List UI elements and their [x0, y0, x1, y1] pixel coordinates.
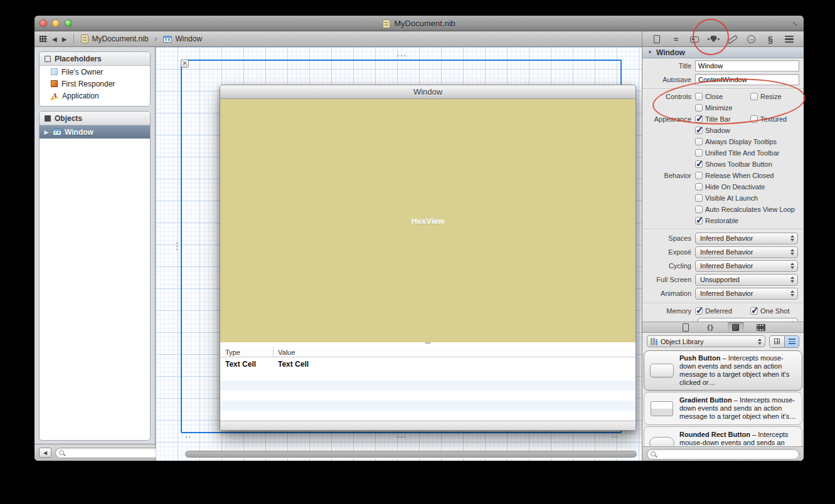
checkbox-icon[interactable]	[695, 104, 703, 112]
code-snippet-library-icon[interactable]: {}	[703, 322, 719, 332]
library-search-input[interactable]	[656, 450, 799, 458]
expose-label: Exposé	[642, 248, 695, 256]
back-button[interactable]: ◀	[52, 36, 57, 43]
checkbox-auto-recalculates-view-loop[interactable]: Auto Recalculates View Loop	[695, 206, 795, 213]
quick-help-inspector-icon[interactable]: ≈	[669, 33, 683, 45]
checkbox-icon[interactable]	[750, 115, 758, 123]
library-books-icon	[651, 338, 657, 345]
library-item-gradient-button[interactable]: Gradient Button – Intercepts mouse-down …	[644, 392, 802, 425]
animation-popup[interactable]: Inferred Behavior	[695, 288, 798, 300]
object-library-icon[interactable]	[728, 322, 744, 332]
library-view-toggle	[769, 335, 799, 348]
breadcrumb-document[interactable]: MyDocument.nib	[81, 34, 148, 43]
checkbox-icon[interactable]	[750, 307, 758, 315]
checkbox-icon[interactable]	[695, 138, 703, 145]
file-inspector-icon[interactable]	[650, 33, 664, 45]
table-row[interactable]: Text Cell Text Cell	[220, 357, 636, 370]
disclosure-triangle-icon[interactable]: ▼	[647, 50, 652, 55]
autosave-field[interactable]	[695, 74, 799, 85]
checkbox-icon[interactable]	[695, 93, 703, 100]
canvas-horizontal-scrollbar[interactable]	[185, 451, 637, 458]
sidebar-item-window[interactable]: ▶ Window	[40, 125, 150, 139]
library-item-push-button[interactable]: Push Button – Intercepts mouse-down even…	[644, 350, 802, 391]
checkbox-icon[interactable]	[695, 160, 703, 168]
full-screen-popup[interactable]: Unsupported	[695, 274, 798, 286]
dock-search-field[interactable]	[55, 448, 159, 458]
checkbox-unified-title-and-toolbar[interactable]: Unified Title And Toolbar	[695, 149, 779, 157]
library-item-rounded-rect-button[interactable]: Rounded Rect Button – Intercepts mouse-d…	[644, 426, 802, 446]
checkbox-resize[interactable]: Resize	[750, 93, 782, 100]
resize-handle-bottom-right[interactable]	[612, 436, 617, 438]
editor-canvas[interactable]: ✕ Window HexView	[156, 47, 642, 461]
media-library-icon[interactable]	[753, 322, 769, 332]
checkbox-title-bar[interactable]: Title Bar	[695, 115, 750, 123]
sidebar-item-files-owner[interactable]: File's Owner	[40, 66, 150, 78]
checkbox-icon[interactable]	[695, 217, 703, 224]
objects-header[interactable]: Objects	[40, 112, 150, 125]
breadcrumb-window[interactable]: Window	[163, 34, 202, 43]
icon-view-button[interactable]	[770, 336, 784, 347]
collapse-dock-button[interactable]: ◀	[39, 448, 51, 458]
resize-handle-bottom[interactable]	[398, 436, 405, 438]
resize-handle-left[interactable]	[176, 243, 178, 250]
selection-frame[interactable]: ✕ Window HexView	[181, 60, 622, 433]
search-input[interactable]	[64, 449, 158, 456]
column-header-type[interactable]: Type	[220, 347, 274, 357]
title-field[interactable]	[695, 60, 799, 71]
sidebar-item-first-responder[interactable]: First Responder	[40, 78, 150, 90]
expose-popup[interactable]: Inferred Behavior	[695, 246, 798, 258]
checkbox-restorable[interactable]: Restorable	[695, 217, 738, 224]
column-header-value[interactable]: Value	[274, 347, 636, 357]
checkbox-icon[interactable]	[695, 183, 703, 191]
checkbox-textured[interactable]: Textured	[750, 115, 787, 123]
file-template-library-icon[interactable]	[678, 322, 694, 332]
hexview-custom-view[interactable]: HexView	[220, 99, 636, 342]
checkbox-close[interactable]: Close	[695, 93, 750, 100]
bindings-inspector-icon[interactable]: §	[763, 33, 777, 45]
spaces-popup[interactable]: Inferred Behavior	[695, 233, 798, 244]
checkbox-icon[interactable]	[695, 127, 703, 134]
popup-arrows-icon	[790, 249, 794, 255]
splitter-handle[interactable]	[220, 342, 636, 347]
checkbox-hide-on-deactivate[interactable]: Hide On Deactivate	[695, 183, 765, 191]
checkbox-minimize[interactable]: Minimize	[695, 104, 732, 112]
checkbox-visible-at-launch[interactable]: Visible At Launch	[695, 194, 758, 202]
cycling-popup[interactable]: Inferred Behavior	[695, 260, 798, 272]
checkbox-deferred[interactable]: Deferred	[695, 307, 750, 315]
checkbox-always-display-tooltips[interactable]: Always Display Tooltips	[695, 138, 777, 145]
checkbox-icon[interactable]	[695, 115, 703, 123]
checkbox-icon[interactable]	[695, 194, 703, 202]
sidebar-item-application[interactable]: A Application	[40, 90, 150, 102]
forward-button[interactable]: ▶	[62, 36, 67, 43]
library-source-popup[interactable]: Object Library	[647, 335, 765, 347]
checkbox-shadow[interactable]: Shadow	[695, 127, 730, 134]
checkbox-release-when-closed[interactable]: Release When Closed	[695, 172, 774, 179]
identity-inspector-icon[interactable]	[688, 33, 701, 45]
checkbox-icon[interactable]	[695, 206, 703, 213]
list-view-button[interactable]	[784, 336, 799, 347]
size-inspector-icon[interactable]	[726, 33, 740, 45]
checkbox-icon[interactable]	[750, 93, 758, 100]
window-title: MyDocument.nib	[394, 19, 455, 28]
cycling-label: Cycling	[642, 262, 695, 270]
disclosure-triangle-icon[interactable]: ▶	[43, 129, 50, 135]
canvas-close-icon[interactable]: ✕	[181, 60, 189, 68]
checkbox-icon[interactable]	[695, 149, 703, 157]
resize-handle-top[interactable]	[398, 55, 405, 56]
library-header: Object Library	[642, 333, 804, 350]
checkbox-icon[interactable]	[695, 307, 703, 315]
editor-grid-icon[interactable]	[40, 36, 47, 42]
checkbox-icon[interactable]	[695, 172, 703, 179]
designed-window-titlebar[interactable]: Window	[220, 85, 636, 99]
checkbox-shows-toolbar-button[interactable]: Shows Toolbar Button	[695, 160, 772, 168]
library-search-field[interactable]	[647, 449, 799, 459]
designed-window[interactable]: Window HexView Type Value Text Cell	[220, 85, 636, 431]
checkbox-one-shot[interactable]: One Shot	[750, 307, 789, 315]
placeholders-header[interactable]: Placeholders	[40, 52, 150, 66]
connections-inspector-icon[interactable]: →	[745, 33, 758, 45]
view-effects-inspector-icon[interactable]	[782, 33, 796, 45]
attributes-inspector-icon[interactable]	[706, 33, 720, 45]
resize-handle-bottom-left[interactable]	[186, 436, 190, 438]
inspector-section-header[interactable]: ▼ Window	[642, 47, 804, 58]
placeholders-cube-icon	[45, 56, 51, 62]
